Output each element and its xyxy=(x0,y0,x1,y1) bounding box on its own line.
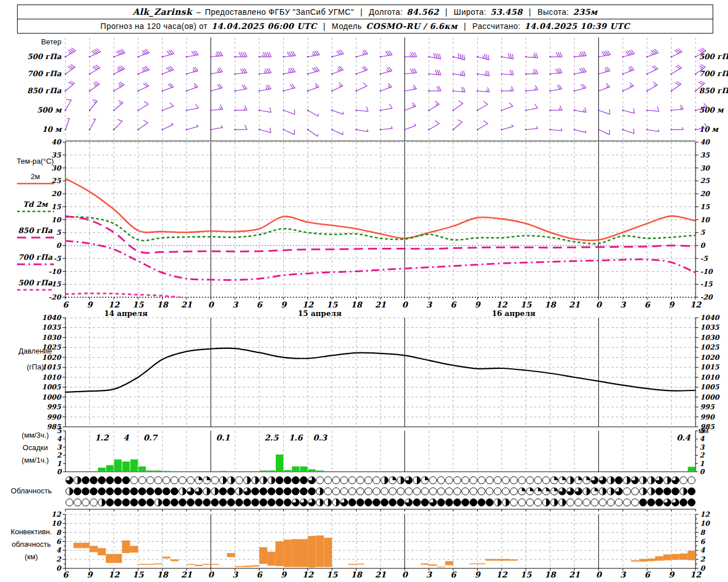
cloud-symbol xyxy=(332,477,340,484)
axis-label: 0 xyxy=(700,468,705,476)
convective-bar xyxy=(647,559,655,562)
cloud-symbol xyxy=(82,488,89,495)
convective-bar xyxy=(130,546,138,552)
axis-label: 0 xyxy=(56,564,62,572)
axis-label: 8 xyxy=(56,529,62,537)
cloud-symbol xyxy=(139,488,146,495)
convective-bar xyxy=(275,542,283,567)
wind-panel-title: Ветер xyxy=(41,38,61,46)
axis-label: 2.5 xyxy=(264,433,279,442)
cloud-symbol xyxy=(454,477,461,484)
axis-label: 1010 xyxy=(700,373,720,381)
axis-label: 995 xyxy=(700,403,715,411)
cloud-symbol xyxy=(615,477,623,484)
cloud-symbol xyxy=(74,499,81,506)
axis-label: 0.4 xyxy=(677,433,692,442)
cloud-symbol xyxy=(90,499,97,506)
cloud-symbol xyxy=(268,499,275,506)
cloud-symbol xyxy=(122,477,130,484)
cloud-symbol xyxy=(211,499,218,506)
cloud-symbol xyxy=(478,499,485,506)
cloud-symbol xyxy=(211,477,218,484)
cloud-symbol xyxy=(631,499,639,506)
convective-bar xyxy=(122,541,130,553)
cloud-symbol xyxy=(429,477,437,484)
cloud-symbol xyxy=(599,499,606,506)
axis-label: 6 xyxy=(700,538,706,546)
precip-bar xyxy=(688,467,695,472)
cloud-symbol xyxy=(373,499,380,506)
convective-bar xyxy=(90,546,98,552)
axis-label: 6 xyxy=(450,570,457,579)
precip-bar xyxy=(98,468,105,472)
cloud-symbol xyxy=(623,499,631,506)
axis-label: 4 xyxy=(56,546,61,554)
cloud-panel-title: Облачность xyxy=(11,487,52,495)
convective-bar xyxy=(98,548,106,555)
axis-label: 18 xyxy=(351,300,363,309)
cloud-symbol xyxy=(470,499,477,506)
cloud-symbol xyxy=(284,477,291,484)
axis-label: 1.2 xyxy=(95,433,110,442)
axis-label: 1040 xyxy=(700,314,720,322)
cloud-symbol xyxy=(251,488,259,495)
cloud-symbol xyxy=(437,499,445,506)
temp-panel-title: Тем-ра(°C) xyxy=(16,157,53,165)
precip-bar xyxy=(259,471,267,472)
axis-label: 35 xyxy=(700,151,710,159)
cloud-symbol xyxy=(688,477,695,484)
axis-label: 15 xyxy=(51,203,61,211)
axis-label: 40 xyxy=(700,138,710,146)
axis-label: 0.3 xyxy=(313,433,328,442)
axis-label: 9 xyxy=(87,570,93,579)
cloud-symbol xyxy=(502,488,510,495)
axis-label: 5 xyxy=(700,427,705,435)
convective-bar xyxy=(81,543,89,548)
axis-label: 12 xyxy=(690,300,702,309)
convective-bar xyxy=(477,563,485,564)
cloud-symbol xyxy=(147,488,154,495)
cloud-symbol xyxy=(421,499,429,506)
convective-bar xyxy=(211,564,219,565)
cloud-symbol xyxy=(373,488,380,495)
cloud-symbol xyxy=(526,477,533,484)
axis-label: 2 xyxy=(700,555,706,563)
cloud-symbol xyxy=(543,477,550,484)
axis-label: 3 xyxy=(426,300,432,309)
axis-label: 3 xyxy=(620,300,626,309)
axis-label: 1000 xyxy=(700,393,720,401)
cloud-symbol xyxy=(220,499,227,506)
cloud-symbol xyxy=(349,488,356,495)
axis-label: 0 xyxy=(57,468,63,476)
cloud-symbol xyxy=(341,477,348,484)
axis-label: 1015 xyxy=(42,363,61,371)
axis-label: 12 xyxy=(700,510,710,518)
precip-bar xyxy=(292,467,299,472)
cloud-symbol xyxy=(155,477,162,484)
cloud-symbol xyxy=(462,477,469,484)
cloud-symbol xyxy=(243,499,251,506)
cloud-symbol xyxy=(486,499,493,506)
axis-label: 2 xyxy=(700,451,705,459)
convective-bar xyxy=(671,554,679,560)
precip-bar xyxy=(138,467,146,472)
cloud-symbol xyxy=(90,488,97,495)
cloud-symbol xyxy=(389,499,396,506)
axis-label: 15 xyxy=(133,300,144,309)
cloud-symbol xyxy=(494,488,502,495)
cloud-symbol xyxy=(147,477,154,484)
axis-label: 4 xyxy=(57,435,62,443)
precip-bar xyxy=(268,471,275,472)
precip-bar xyxy=(308,469,316,472)
cloud-symbol xyxy=(437,477,445,484)
convective-bar xyxy=(202,564,210,565)
cloud-symbol xyxy=(122,499,130,506)
axis-label: 1005 xyxy=(42,383,61,391)
convective-bar xyxy=(445,561,453,565)
axis-label: -5 xyxy=(53,255,61,263)
convective-bar xyxy=(187,564,195,565)
cloud-symbol xyxy=(106,488,114,495)
cloud-symbol xyxy=(445,488,453,495)
cloud-symbol xyxy=(518,499,526,506)
convective-bar xyxy=(114,554,122,563)
